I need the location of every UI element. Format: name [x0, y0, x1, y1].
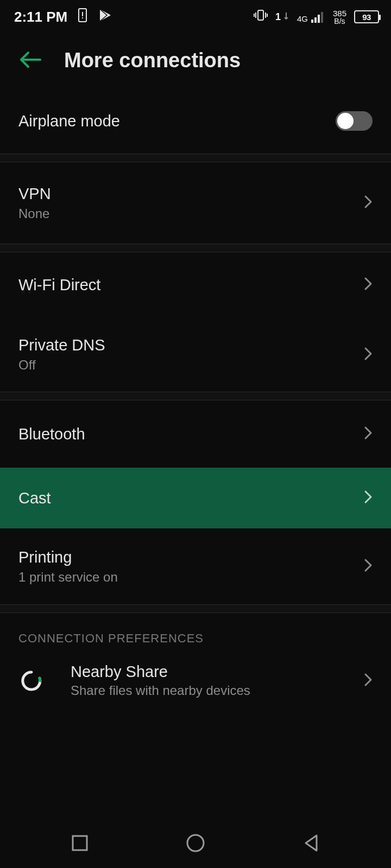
chevron-right-icon	[364, 277, 373, 293]
chevron-right-icon	[364, 195, 373, 211]
row-subtitle: Off	[18, 358, 358, 373]
toggle-knob	[337, 113, 354, 129]
status-left: 2:11 PM	[14, 8, 113, 27]
svg-point-9	[187, 835, 204, 851]
vibrate-icon	[254, 9, 268, 25]
chevron-right-icon	[364, 558, 373, 575]
section-divider	[0, 244, 391, 252]
row-nearby-share[interactable]: Nearby Share Share files with nearby dev…	[0, 653, 391, 710]
play-store-icon	[98, 8, 113, 27]
svg-rect-6	[318, 15, 320, 23]
row-bluetooth[interactable]: Bluetooth	[0, 400, 391, 468]
network-icon: 4G	[297, 11, 325, 23]
nav-recent-button[interactable]	[47, 834, 112, 852]
row-title: Private DNS	[18, 336, 358, 354]
sim-signal-icon: 1	[275, 11, 289, 23]
row-cast[interactable]: Cast	[0, 468, 391, 528]
svg-rect-8	[73, 836, 87, 850]
nav-home-button[interactable]	[163, 832, 228, 854]
svg-rect-3	[258, 10, 263, 20]
row-title: VPN	[18, 185, 358, 203]
svg-rect-4	[311, 20, 313, 23]
row-title: Cast	[18, 489, 358, 507]
nav-bar	[0, 818, 391, 868]
row-title: Printing	[18, 548, 358, 566]
row-vpn[interactable]: VPN None	[0, 162, 391, 244]
row-subtitle: None	[18, 206, 358, 221]
status-time: 2:11 PM	[14, 9, 67, 25]
nav-back-button[interactable]	[279, 833, 344, 853]
svg-rect-2	[82, 17, 83, 18]
chevron-right-icon	[364, 426, 373, 442]
chevron-right-icon	[364, 347, 373, 363]
network-type: 4G	[297, 15, 308, 23]
row-private-dns[interactable]: Private DNS Off	[0, 317, 391, 392]
page-title: More connections	[64, 49, 241, 72]
section-label: CONNECTION PREFERENCES	[0, 613, 391, 653]
chevron-right-icon	[364, 673, 373, 689]
back-icon[interactable]	[18, 50, 41, 72]
airplane-toggle[interactable]	[336, 111, 373, 131]
chevron-right-icon	[364, 490, 373, 506]
sim-alert-icon	[77, 8, 88, 27]
status-bar: 2:11 PM 1 4G 385	[0, 0, 391, 34]
row-title: Nearby Share	[71, 663, 332, 681]
section-divider	[0, 604, 391, 613]
row-title: Bluetooth	[18, 425, 358, 443]
row-printing[interactable]: Printing 1 print service on	[0, 528, 391, 604]
section-divider	[0, 392, 391, 400]
network-speed: 385 B/s	[333, 9, 346, 25]
row-subtitle: 1 print service on	[18, 570, 358, 585]
svg-rect-5	[314, 17, 317, 23]
row-airplane-mode[interactable]: Airplane mode	[0, 88, 391, 154]
battery-icon: 93	[354, 10, 379, 23]
svg-rect-7	[321, 12, 323, 23]
row-subtitle: Share files with nearby devices	[71, 683, 332, 698]
row-wifi-direct[interactable]: Wi-Fi Direct	[0, 252, 391, 317]
svg-rect-1	[82, 12, 83, 16]
row-title: Wi-Fi Direct	[18, 276, 358, 294]
google-icon	[18, 668, 45, 694]
section-divider	[0, 154, 391, 162]
header: More connections	[0, 34, 391, 88]
row-title: Airplane mode	[18, 112, 336, 130]
status-right: 1 4G 385 B/s 93	[254, 9, 379, 25]
